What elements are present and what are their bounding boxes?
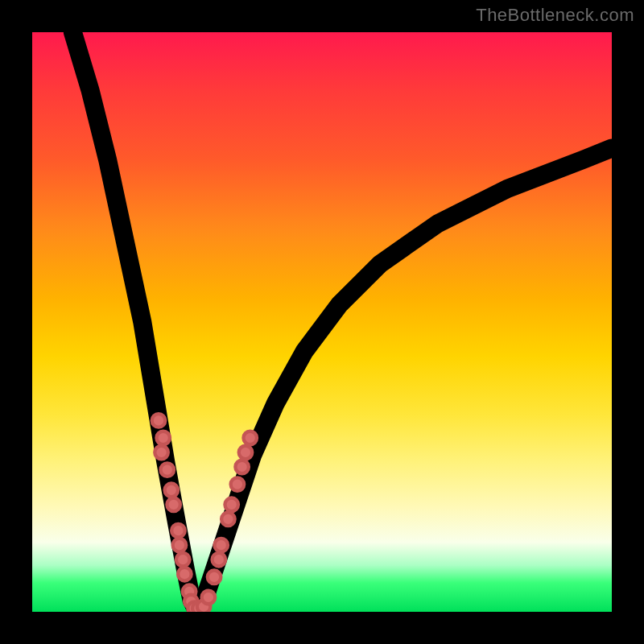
bead-dot <box>160 463 174 477</box>
bead-dot <box>225 498 238 512</box>
bead-dot <box>155 446 168 460</box>
bead-dot <box>221 513 235 526</box>
bead-dot <box>176 553 190 567</box>
bead-dot <box>239 446 253 460</box>
bead-dot <box>167 498 180 512</box>
bead-dot <box>178 568 192 581</box>
bead-dot <box>165 484 179 497</box>
bead-dot <box>173 539 187 552</box>
bead-dot <box>156 431 170 445</box>
bead-dot <box>152 414 166 427</box>
watermark-text: TheBottleneck.com <box>476 5 634 26</box>
bead-dot <box>231 477 245 491</box>
curve-right-branch <box>197 148 612 612</box>
curve-svg <box>32 32 612 612</box>
bead-dot <box>214 539 228 552</box>
bead-dot <box>235 460 249 474</box>
chart-frame: TheBottleneck.com <box>0 0 644 644</box>
bead-dot <box>208 571 221 584</box>
bead-dot <box>213 553 226 567</box>
bead-dot <box>171 524 185 538</box>
bead-dot <box>243 431 257 445</box>
plot-area <box>32 32 612 612</box>
bead-dot <box>202 591 216 605</box>
